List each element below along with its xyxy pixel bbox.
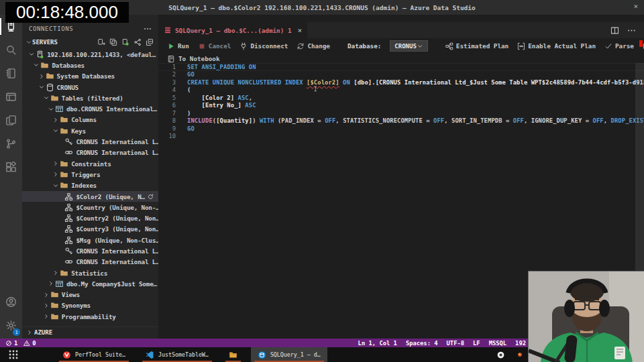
tree-item[interactable]: Databases bbox=[22, 60, 158, 70]
chevron-down-icon bbox=[43, 95, 50, 101]
app-launcher-icon[interactable] bbox=[8, 349, 19, 360]
tree-item[interactable]: Programmability bbox=[22, 311, 158, 322]
status-item[interactable]: UTF-8 bbox=[447, 340, 464, 347]
folder-icon bbox=[50, 312, 59, 321]
tree-item-label: CRONUS bbox=[57, 84, 78, 91]
line-number: 8 bbox=[158, 117, 176, 124]
tree-item[interactable]: Columns bbox=[22, 115, 158, 125]
text-cursor-pointer bbox=[313, 84, 319, 93]
taskbar-item-sqlquery-1-d-[interactable]: SQLQuery_1 – d… bbox=[251, 347, 327, 362]
change-connection-button[interactable]: Change bbox=[297, 42, 330, 50]
sql-file-icon bbox=[164, 26, 172, 34]
tree-item-label: Tables (filtered) bbox=[62, 95, 123, 102]
window-close-button[interactable]: × bbox=[633, 2, 638, 11]
new-connection-icon[interactable] bbox=[97, 38, 105, 46]
active-connections-icon[interactable] bbox=[121, 38, 129, 46]
taskbar-item-justsometablew-[interactable]: JustSomeTableW… bbox=[139, 347, 215, 362]
status-item[interactable]: Ln 1, Col 1 bbox=[358, 340, 397, 347]
tree-item[interactable]: $Country2 (Unique, Non… bbox=[22, 213, 158, 223]
servers-section-header[interactable]: SERVERS bbox=[22, 35, 158, 49]
index-icon bbox=[64, 236, 73, 245]
activity-bar-source-control[interactable] bbox=[0, 132, 22, 156]
index-icon bbox=[64, 225, 73, 233]
status-item[interactable]: Spaces: 4 bbox=[406, 340, 438, 347]
activity-bar-search[interactable] bbox=[0, 38, 22, 62]
tree-item-label: Databases bbox=[52, 62, 85, 69]
line-number: 2 bbox=[158, 71, 176, 78]
taskbar-item-perftool-suite-[interactable]: PerfTool Suite… bbox=[56, 347, 132, 362]
tab-close-button[interactable]: × bbox=[297, 26, 302, 35]
tree-item[interactable]: CRONUS International L… bbox=[22, 257, 158, 267]
activity-bar-account[interactable] bbox=[0, 290, 22, 314]
problems-errors[interactable]: 1 bbox=[5, 340, 17, 347]
tree-item[interactable]: dbo.My Company$Just Some… bbox=[22, 278, 158, 289]
azure-data-studio-icon bbox=[258, 351, 266, 359]
activity-bar-extensions[interactable] bbox=[0, 156, 22, 179]
tray-notification-icon[interactable] bbox=[517, 351, 523, 358]
tree-item-label: $Country (Unique, Non-… bbox=[76, 204, 158, 211]
tree-item-label: CRONUS International L… bbox=[76, 247, 158, 255]
tree-item[interactable]: $Color2 (Unique, N… bbox=[22, 191, 158, 202]
tree-item[interactable]: Indexes bbox=[22, 180, 158, 191]
line-number: 9 bbox=[158, 125, 176, 132]
parse-button[interactable]: Parse bbox=[604, 42, 634, 50]
tree-item[interactable]: Constraints bbox=[22, 158, 158, 169]
tree-item[interactable]: CRONUS International L… bbox=[22, 245, 158, 256]
cancel-button[interactable]: Cancel bbox=[198, 42, 231, 50]
tree-item[interactable]: $Country3 (Unique, Non… bbox=[22, 224, 158, 235]
tree-item[interactable]: System Databases bbox=[22, 71, 158, 82]
enable-actual-plan-button[interactable]: Enable Actual Plan bbox=[517, 42, 596, 50]
activity-bar-notebooks[interactable] bbox=[0, 62, 22, 85]
tray-recorder-icon[interactable] bbox=[496, 351, 505, 359]
tree-item[interactable]: 192.168.100.221,1433, <defaul… bbox=[22, 49, 158, 60]
tree-item[interactable]: Tables (filtered) bbox=[22, 93, 158, 103]
tree-item[interactable]: CRONUS International L… bbox=[22, 136, 158, 147]
tree-item[interactable]: Triggers bbox=[22, 169, 158, 180]
tree-item[interactable]: Synonyms bbox=[22, 300, 158, 311]
chevron-spacer bbox=[57, 139, 64, 145]
tree-item[interactable]: dbo.CRONUS International… bbox=[22, 103, 158, 114]
tree-item[interactable]: $Msg (Unique, Non-Clus… bbox=[22, 235, 158, 245]
tab-sqlquery-1[interactable]: SQLQuery_1 – dbo.$C...(admin) 1 × bbox=[158, 22, 307, 38]
azure-data-studio-window: SQLQuery_1 – dbo.$Color2 192.168.100.221… bbox=[0, 0, 644, 362]
index-icon bbox=[64, 192, 73, 201]
tree-item[interactable]: Keys bbox=[22, 125, 158, 136]
tree-item[interactable]: Views bbox=[22, 290, 158, 300]
run-button[interactable]: Run bbox=[167, 42, 189, 50]
split-editor-icon[interactable] bbox=[610, 26, 619, 35]
activity-bar-settings[interactable]: 1 bbox=[0, 314, 22, 337]
estimated-plan-button[interactable]: Estimated Plan bbox=[445, 42, 508, 50]
taskbar-item-files[interactable] bbox=[222, 347, 244, 362]
chevron-right-icon bbox=[52, 117, 59, 123]
activity-bar-explorer[interactable] bbox=[0, 85, 22, 109]
status-item[interactable]: MSSQL bbox=[489, 340, 506, 347]
tree-item[interactable]: $Country (Unique, Non-… bbox=[22, 202, 158, 213]
shared-connections-icon[interactable] bbox=[133, 38, 142, 46]
tree-item-label: Keys bbox=[71, 127, 86, 135]
editor-more-actions-icon[interactable] bbox=[627, 26, 636, 35]
link-icon bbox=[64, 148, 73, 157]
disconnect-button[interactable]: Disconnect bbox=[239, 42, 288, 50]
tree-item[interactable]: CRONUS International L… bbox=[22, 147, 158, 158]
tree-item[interactable]: CRONUS bbox=[22, 82, 158, 93]
code-line: 2GO bbox=[158, 71, 644, 79]
tree-item-label: Constraints bbox=[71, 160, 111, 168]
line-number: 1 bbox=[158, 64, 176, 70]
database-select[interactable]: CRONUS bbox=[390, 40, 428, 52]
collapse-all-icon[interactable] bbox=[146, 38, 154, 46]
to-notebook-button[interactable]: To Notebook bbox=[178, 55, 220, 62]
status-item[interactable]: LF bbox=[473, 340, 480, 347]
stop-icon bbox=[198, 42, 206, 50]
line-number: 6 bbox=[158, 102, 176, 109]
azure-section-header[interactable]: AZURE bbox=[22, 326, 158, 338]
status-item[interactable]: 192 bbox=[515, 340, 526, 347]
activity-bar-query-history[interactable] bbox=[0, 109, 22, 132]
more-actions-icon[interactable] bbox=[144, 25, 152, 33]
chevron-right-icon bbox=[52, 269, 59, 276]
new-server-group-icon[interactable] bbox=[109, 38, 117, 46]
chevron-spacer bbox=[57, 193, 64, 200]
tree-item[interactable]: Statistics bbox=[22, 267, 158, 278]
problems-warnings[interactable]: 0 bbox=[23, 340, 36, 347]
tree-item-label: Columns bbox=[71, 116, 97, 123]
index-icon bbox=[64, 203, 73, 212]
